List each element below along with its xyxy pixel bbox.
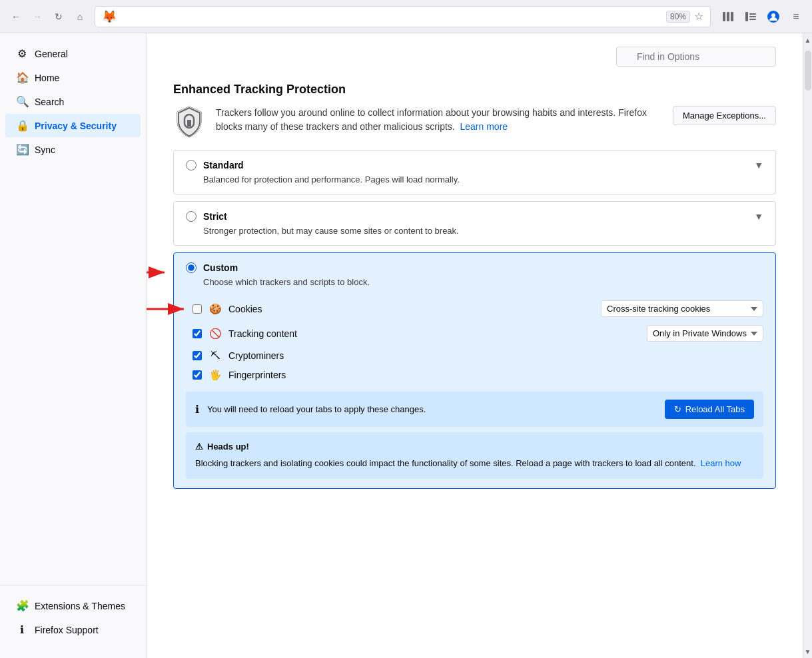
cryptominers-label: Cryptominers: [228, 350, 763, 361]
svg-rect-3: [745, 12, 748, 21]
tracking-row: 🚫 Tracking content All Windows Only in P…: [193, 321, 763, 346]
forward-button[interactable]: →: [28, 7, 47, 26]
sidebar-item-label: Privacy & Security: [35, 121, 117, 131]
standard-label: Standard: [203, 160, 244, 170]
scroll-down-button[interactable]: ▼: [803, 645, 812, 658]
reload-notice: ℹ You will need to reload your tabs to a…: [186, 392, 763, 427]
url-input[interactable]: about:preferences#privacy: [121, 11, 662, 22]
cookies-dropdown[interactable]: All cookies Third-party cookies Cross-si…: [601, 300, 763, 317]
reload-button[interactable]: ↻: [49, 7, 68, 26]
gear-icon: ⚙: [16, 47, 28, 60]
option-card-standard[interactable]: Standard ▼ Balanced for protection and p…: [173, 150, 776, 194]
svg-rect-10: [187, 120, 191, 127]
main-content: 🔍 Enhanced Tracking Protection Trackers …: [147, 33, 803, 658]
sidebar-footer: 🧩 Extensions & Themes ℹ Firefox Support: [0, 585, 146, 650]
svg-rect-2: [731, 12, 733, 21]
fingerprinters-row: 🖐 Fingerprinters: [193, 365, 763, 385]
custom-desc: Choose which trackers and scripts to blo…: [203, 277, 763, 287]
cookies-label: Cookies: [228, 304, 594, 314]
strict-desc: Stronger protection, but may cause some …: [203, 226, 763, 236]
menu-icon[interactable]: ≡: [787, 7, 805, 26]
tracking-label: Tracking content: [228, 328, 640, 339]
standard-desc: Balanced for protection and performance.…: [203, 174, 763, 184]
sidebar-toggle-icon[interactable]: [741, 7, 760, 26]
info-icon: ℹ: [16, 623, 28, 636]
standard-radio[interactable]: [186, 160, 197, 170]
sidebar-item-home[interactable]: 🏠 Home: [5, 66, 141, 89]
sidebar-nav: ⚙ General 🏠 Home 🔍 Search 🔒 Privacy & Se…: [0, 41, 146, 579]
find-wrapper: 🔍: [616, 47, 776, 67]
fingerprinters-icon: 🖐: [208, 369, 222, 381]
option-card-strict[interactable]: Strict ▼ Stronger protection, but may ca…: [173, 201, 776, 246]
cookies-row-wrapper: 🍪 Cookies All cookies Third-party cookie…: [193, 296, 763, 321]
learn-more-link[interactable]: Learn more: [460, 121, 508, 132]
extensions-icon: 🧩: [16, 599, 28, 612]
red-arrow-cookies-icon: [147, 301, 189, 317]
tracking-intro: Trackers follow you around online to col…: [173, 106, 776, 138]
strict-radio[interactable]: [186, 211, 197, 222]
heads-up-title: ⚠ Heads up!: [195, 440, 754, 454]
home-icon: 🏠: [16, 71, 28, 84]
toolbar-icons: ≡: [719, 7, 805, 26]
info-circle-icon: ℹ: [195, 403, 199, 416]
sidebar-item-label: Sync: [35, 145, 55, 155]
lock-icon: 🔒: [16, 119, 28, 132]
reload-all-tabs-button[interactable]: ↻ Reload All Tabs: [665, 400, 754, 419]
sidebar-item-search[interactable]: 🔍 Search: [5, 90, 141, 113]
zoom-badge[interactable]: 80%: [666, 11, 690, 23]
sidebar-item-sync[interactable]: 🔄 Sync: [5, 138, 141, 161]
sidebar-item-privacy[interactable]: 🔒 Privacy & Security: [5, 114, 141, 137]
scroll-up-button[interactable]: ▲: [803, 33, 812, 47]
chevron-down-icon: ▼: [754, 160, 763, 170]
scroll-thumb[interactable]: [805, 51, 811, 91]
account-icon[interactable]: [764, 7, 783, 26]
cookies-row: 🍪 Cookies All cookies Third-party cookie…: [193, 296, 763, 321]
tracking-checkbox[interactable]: [193, 329, 202, 338]
option-card-custom: Custom Choose which trackers and scripts…: [173, 252, 776, 489]
browser-scrollbar: ▲ ▼: [803, 33, 812, 658]
option-header-standard: Standard ▼: [186, 160, 763, 170]
sidebar-item-label: General: [35, 49, 68, 59]
fingerprinters-label: Fingerprinters: [228, 370, 763, 380]
fingerprinters-checkbox[interactable]: [193, 370, 202, 380]
sidebar-item-label: Search: [35, 97, 64, 107]
sidebar-item-support[interactable]: ℹ Firefox Support: [5, 618, 141, 641]
option-header-strict: Strict ▼: [186, 211, 763, 222]
heads-up-notice: ⚠ Heads up! Blocking trackers and isolat…: [186, 432, 763, 479]
arrow-custom: [147, 264, 170, 280]
sidebar-item-general[interactable]: ⚙ General: [5, 42, 141, 65]
search-icon: 🔍: [16, 95, 28, 108]
library-icon[interactable]: [719, 7, 737, 26]
svg-rect-4: [749, 13, 756, 15]
home-button[interactable]: ⌂: [71, 7, 89, 26]
custom-label: Custom: [203, 262, 238, 273]
sidebar-item-label: Firefox Support: [35, 625, 99, 635]
custom-radio[interactable]: [186, 262, 197, 273]
sidebar-item-extensions[interactable]: 🧩 Extensions & Themes: [5, 594, 141, 617]
custom-section-wrapper: Custom Choose which trackers and scripts…: [173, 252, 776, 489]
warning-icon: ⚠: [195, 440, 203, 454]
tracking-icon: 🚫: [208, 328, 222, 340]
shield-icon: [173, 106, 205, 138]
custom-options: 🍪 Cookies All cookies Third-party cookie…: [186, 296, 763, 385]
cryptominers-row: ⛏ Cryptominers: [193, 346, 763, 365]
section-title: Enhanced Tracking Protection: [173, 83, 776, 97]
find-bar: 🔍: [173, 47, 776, 67]
manage-exceptions-button[interactable]: Manage Exceptions...: [673, 106, 776, 125]
reload-icon: ↻: [674, 404, 681, 414]
cookies-checkbox[interactable]: [193, 304, 202, 314]
cookies-icon: 🍪: [208, 303, 222, 315]
cryptominers-icon: ⛏: [208, 350, 222, 361]
strict-label: Strict: [203, 211, 227, 222]
custom-header: Custom: [186, 262, 763, 273]
cryptominers-checkbox[interactable]: [193, 351, 202, 360]
svg-rect-1: [727, 12, 729, 21]
tracking-dropdown[interactable]: All Windows Only in Private Windows: [647, 325, 763, 342]
find-input[interactable]: [616, 47, 776, 67]
sidebar: ⚙ General 🏠 Home 🔍 Search 🔒 Privacy & Se…: [0, 33, 147, 658]
heads-up-learn-link[interactable]: Learn how: [701, 458, 741, 468]
nav-buttons: ← → ↻ ⌂: [7, 7, 89, 26]
arrow-cookies: [147, 301, 189, 317]
back-button[interactable]: ←: [7, 7, 25, 26]
bookmark-icon[interactable]: ☆: [694, 10, 703, 23]
